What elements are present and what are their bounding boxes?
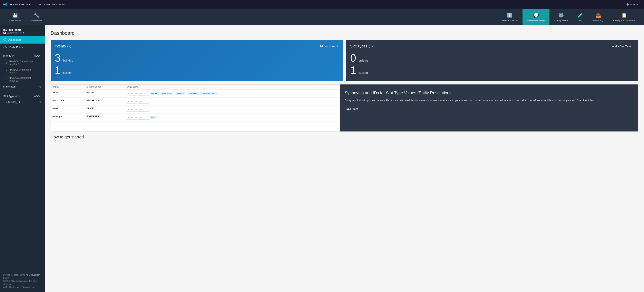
value-cell: pineapple [51, 113, 85, 121]
read-more-link[interactable]: Read more [345, 107, 358, 110]
sign-out-button[interactable]: ⏻ SIGN OUT [626, 3, 641, 6]
sidebar-intent-cancel[interactable]: AMAZON.CancelIntent (required) [0, 59, 45, 67]
chevron-right-icon: ▶ [3, 85, 5, 88]
table-row: olives OLIVES Enter synonym...+ [51, 105, 340, 113]
btc-delete-icon[interactable]: 🗑 [39, 85, 42, 88]
project-language: 🇯🇵 Japanese (JP) ▼ [3, 31, 42, 34]
add-slot-type-button[interactable]: Add a Slot Type + [612, 44, 634, 49]
id-cell: OLIVES [85, 105, 125, 113]
test-icon: 🧪 [578, 13, 583, 18]
feature-description: Synonyms and IDs for Slot Type Values (E… [340, 84, 638, 131]
nav-privacy[interactable]: 📋 Privacy & Compliance [608, 9, 640, 25]
top-bar-divider: | [36, 3, 36, 6]
feature-screenshot: VALUE ID (OPTIONAL) SYNONYMS bacon BACON… [51, 84, 340, 131]
intents-custom-label: custom [63, 71, 72, 74]
nav-skill-information[interactable]: ℹ️ Skill Information [497, 9, 522, 25]
table-row: mushrooms MUSHROOM Enter synonym...+ [51, 97, 340, 105]
intents-help-icon[interactable]: ? [68, 45, 71, 48]
brand-label: ALEXA SKILLS KIT [10, 3, 33, 6]
beta-label: SKILL BUILDER BETA [38, 3, 65, 6]
sidebar-item-dashboard[interactable]: 〇 Dashboard [0, 36, 45, 44]
synonym-tag: canadian ham × [201, 92, 218, 95]
feature-row: VALUE ID (OPTIONAL) SYNONYMS bacon BACON… [51, 84, 638, 131]
slot-types-help-icon[interactable]: ? [369, 45, 373, 48]
table-row: bacon BACON Enter synonym...+ rasher × p… [51, 90, 340, 97]
publish-icon: 📤 [596, 13, 601, 18]
top-bar-left: ALEXA SKILLS KIT | SKILL BUILDER BETA [3, 3, 65, 6]
info-icon: ℹ️ [507, 13, 512, 18]
synonym-input[interactable]: Enter synonym...+ [127, 91, 149, 96]
project-name: my_zaif_chart [3, 28, 42, 31]
synonym-tag: pork belly × [187, 92, 200, 95]
synonyms-cell: Enter synonym...+ fnit × [125, 113, 340, 121]
bullet-icon [6, 62, 7, 64]
synonym-tag: fnit × [150, 116, 157, 119]
intents-card-title: Intents [55, 44, 66, 49]
main-content: Dashboard Intents ? Add an Intent + 3 [45, 25, 644, 292]
sidebar-intent-btc[interactable]: ▶ btcIntent 🗑 [0, 83, 45, 90]
col-synonyms: SYNONYMS [125, 85, 340, 90]
nav-interaction-model[interactable]: 💬 Interaction Model [522, 9, 550, 25]
page-title: Dashboard [51, 30, 638, 36]
slot-builtins-count: 0 [350, 53, 356, 63]
flag-icon: 🇯🇵 [3, 31, 6, 34]
slot-types-card-title: Slot Types [350, 44, 367, 49]
add-intent-plus-icon: + [336, 44, 339, 49]
save-icon: 💾 [12, 13, 18, 18]
slot-builtins-stat: 0 built-ins [350, 53, 634, 63]
sidebar-slot-types-header: Slot Types (1) ADD + [0, 93, 45, 99]
synonyms-cell: Enter synonym...+ [125, 97, 340, 105]
sidebar-item-code-editor[interactable]: </> Code Editor [0, 44, 45, 51]
id-cell: MUSHROOM [85, 97, 125, 105]
col-value: VALUE [51, 85, 85, 90]
intents-builtins-stat: 3 built-ins [55, 53, 339, 63]
sidebar: my_zaif_chart 🇯🇵 Japanese (JP) ▼ 〇 Dashb… [0, 25, 45, 292]
slot-types-card: Slot Types ? Add a Slot Type + 0 built-i… [346, 40, 638, 81]
nav-publishing[interactable]: 📤 Publishing [588, 9, 608, 25]
synonym-input[interactable]: Enter synonym...+ [127, 115, 149, 120]
sidebar-slot-crypt-list[interactable]: ≡ CRYPT_LIST 🗑 [0, 99, 45, 105]
sidebar-intent-help[interactable]: AMAZON.HelpIntent (required) [0, 67, 45, 75]
table-row: pineapple PINEAPPLE Enter synonym...+ fn… [51, 113, 340, 121]
slot-builtins-label: built-ins [358, 59, 368, 62]
terms-link[interactable]: Terms of Use [22, 286, 34, 288]
add-slot-plus-icon: + [632, 44, 634, 49]
value-cell: mushrooms [51, 97, 85, 105]
intents-add-button[interactable]: ADD + [34, 54, 42, 57]
nav-configuration[interactable]: ⚙️ Configuration [550, 9, 572, 25]
toolbar: 💾 Save Model 🔧 Build Model ℹ️ Skill Info… [0, 9, 644, 25]
slot-custom-count: 1 [350, 65, 356, 75]
toolbar-nav: ℹ️ Skill Information 💬 Interaction Model… [497, 9, 640, 25]
slot-custom-label: custom [358, 71, 368, 74]
intents-custom-count: 1 [55, 65, 61, 75]
save-model-button[interactable]: 💾 Save Model [4, 9, 26, 25]
intents-card: Intents ? Add an Intent + 3 built-ins 1 … [51, 40, 343, 81]
slot-types-add-button[interactable]: ADD + [34, 95, 42, 98]
intents-section-label: Intents (4) [3, 54, 15, 57]
feature-description-text: Entity resolution improves the way Alexa… [345, 98, 634, 103]
sidebar-intents-section: Intents (4) ADD + AMAZON.CancelIntent (r… [0, 51, 45, 91]
synonym-input[interactable]: Enter synonym...+ [127, 107, 149, 112]
sidebar-footer: Provide feedback on the ASK Developer Fo… [0, 270, 45, 292]
intents-card-header: Intents ? Add an Intent + [55, 44, 339, 49]
sidebar-intent-stop[interactable]: AMAZON.StopIntent (required) [0, 75, 45, 83]
synonym-tag: pork slab × [161, 92, 174, 95]
value-cell: bacon [51, 90, 85, 97]
feature-title: Synonyms and IDs for Slot Type Values (E… [345, 90, 634, 95]
synonyms-cell: Enter synonym...+ [125, 105, 340, 113]
synonym-input[interactable]: Enter synonym...+ [127, 99, 149, 104]
sidebar-slot-types-section: Slot Types (1) ADD + ≡ CRYPT_LIST 🗑 [0, 91, 45, 106]
bullet-icon [6, 79, 7, 80]
add-intent-button[interactable]: Add an Intent + [320, 44, 339, 49]
dashboard-icon: 〇 [3, 38, 6, 42]
alexa-logo-icon [3, 3, 7, 6]
crypt-delete-icon[interactable]: 🗑 [39, 101, 42, 103]
chat-icon: 💬 [533, 13, 539, 18]
id-cell: PINEAPPLE [85, 113, 125, 121]
how-to-title: How to get started [51, 135, 638, 139]
bullet-icon [6, 70, 7, 72]
config-icon: ⚙️ [558, 13, 564, 18]
nav-test[interactable]: 🧪 Test [573, 9, 588, 25]
slot-bullet-icon: ≡ [6, 101, 7, 103]
build-model-button[interactable]: 🔧 Build Model [26, 9, 47, 25]
